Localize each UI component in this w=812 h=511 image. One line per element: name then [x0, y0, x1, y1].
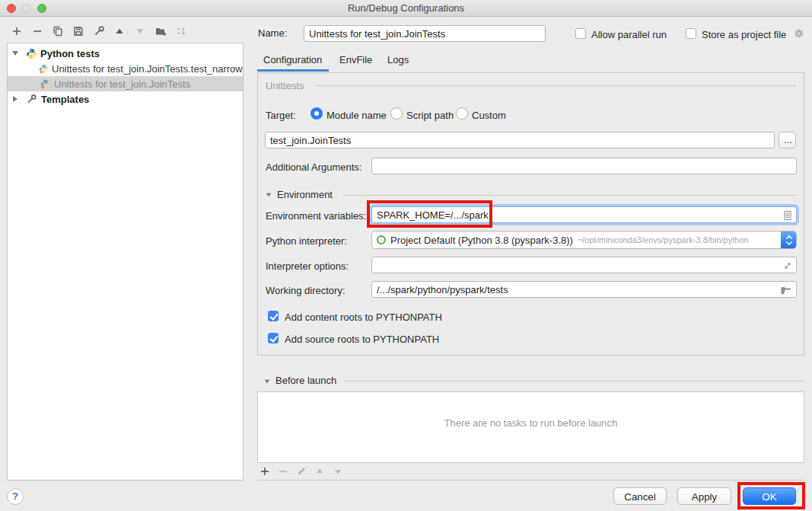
target-label: Target: [266, 110, 296, 121]
remove-task-button [277, 465, 289, 477]
tree-item-templates[interactable]: Templates [8, 91, 243, 107]
edit-variables-icon[interactable] [782, 209, 794, 222]
sort-configurations-icon [175, 25, 187, 37]
interpreter-options-input[interactable] [371, 257, 797, 273]
gear-icon[interactable] [793, 27, 805, 40]
working-directory-input[interactable] [371, 281, 797, 298]
add-content-roots-checkbox[interactable] [268, 311, 279, 321]
window-title: Run/Debug Configurations [0, 2, 812, 14]
tab-logs[interactable]: Logs [387, 54, 409, 65]
run-debug-configurations-dialog: Run/Debug Configurations [0, 0, 812, 511]
environment-variables-input[interactable] [371, 206, 797, 223]
name-label: Name: [258, 27, 287, 39]
add-source-roots-checkbox[interactable] [268, 333, 279, 343]
module-name-input[interactable] [265, 132, 775, 149]
expand-field-icon[interactable] [782, 260, 794, 272]
edit-task-button [295, 465, 307, 477]
python-icon [25, 47, 37, 59]
radio-script-path-label: Script path [406, 110, 454, 121]
conda-environment-icon [377, 235, 386, 244]
tree-item-unittests-test-narrow[interactable]: Unittests for test_join.JoinTests.test_n… [8, 61, 243, 76]
active-tab-indicator [257, 69, 329, 72]
tree-item-label: Templates [41, 94, 89, 105]
tab-envfile[interactable]: EnvFile [339, 54, 372, 65]
radio-module-name[interactable] [310, 107, 323, 120]
unittests-group-title: Unittests [266, 80, 304, 91]
move-up-button[interactable] [113, 25, 126, 37]
empty-tasks-message: There are no tasks to run before launch [258, 417, 804, 429]
radio-script-path[interactable] [390, 107, 403, 120]
environment-section-collapse-icon[interactable] [266, 193, 272, 196]
working-directory-label: Working directory: [266, 285, 345, 296]
configurations-tree: Python tests Unittests for test_join.Joi… [7, 43, 244, 481]
ok-button[interactable]: OK [743, 487, 796, 505]
before-launch-bottom-border [257, 480, 804, 481]
additional-arguments-label: Additional Arguments: [266, 161, 361, 173]
configurations-toolbar [11, 25, 187, 37]
remove-configuration-button[interactable] [31, 25, 43, 37]
tree-item-label: Unittests for test_join.JoinTests [54, 78, 190, 90]
expand-collapse-icon[interactable] [13, 96, 18, 102]
environment-divider [343, 195, 796, 196]
tree-item-python-tests[interactable]: Python tests [8, 46, 243, 61]
configuration-panel: Unittests Target: Module name Script pat… [257, 72, 804, 356]
python-interpreter-path: ~/opt/miniconda3/envs/pyspark-3.8/bin/py… [578, 235, 749, 244]
interpreter-options-label: Interpreter options: [266, 260, 349, 272]
expand-collapse-icon[interactable] [12, 51, 18, 56]
python-interpreter-select[interactable]: Project Default (Python 3.8 (pyspark-3.8… [371, 231, 797, 249]
additional-arguments-input[interactable] [371, 158, 797, 174]
browse-module-button[interactable]: ... [779, 132, 796, 149]
python-interpreter-label: Python interpreter: [266, 235, 347, 247]
environment-section-title: Environment [277, 189, 333, 200]
allow-parallel-run-label: Allow parallel run [591, 29, 667, 40]
store-as-project-file-label: Store as project file [702, 29, 786, 40]
tree-item-unittests-jointests-selected[interactable]: Unittests for test_join.JoinTests [8, 76, 243, 91]
before-launch-task-list: There are no tasks to run before launch [257, 391, 804, 463]
new-folder-button[interactable] [154, 25, 167, 37]
before-launch-toolbar [259, 465, 344, 477]
move-task-down-button [332, 465, 344, 477]
copy-configuration-button[interactable] [52, 25, 64, 37]
help-button[interactable]: ? [7, 488, 24, 505]
radio-module-name-label: Module name [326, 110, 387, 121]
cancel-button[interactable]: Cancel [613, 487, 667, 505]
python-interpreter-value: Project Default (Python 3.8 (pyspark-3.8… [390, 235, 573, 246]
allow-parallel-run-checkbox[interactable] [575, 28, 586, 39]
tab-configuration[interactable]: Configuration [263, 54, 322, 65]
before-launch-title: Before launch [275, 375, 336, 386]
tree-item-label: Python tests [40, 48, 100, 59]
before-launch-divider [344, 381, 804, 382]
add-source-roots-label: Add source roots to PYTHONPATH [285, 334, 439, 345]
chevron-up-down-icon[interactable] [781, 231, 797, 249]
title-bar: Run/Debug Configurations [0, 0, 812, 17]
save-configuration-button[interactable] [72, 25, 84, 37]
python-test-icon [39, 62, 49, 75]
before-launch-collapse-icon[interactable] [265, 379, 270, 383]
move-task-up-button [314, 465, 326, 477]
store-as-project-file-checkbox[interactable] [686, 28, 696, 39]
wrench-icon [25, 93, 37, 105]
python-test-icon [39, 78, 51, 90]
add-content-roots-label: Add content roots to PYTHONPATH [285, 311, 442, 323]
move-down-button [134, 25, 146, 37]
folder-icon[interactable] [780, 284, 792, 296]
name-input[interactable] [304, 25, 546, 42]
radio-custom[interactable] [456, 107, 468, 120]
tree-item-label: Unittests for test_join.JoinTests.test_n… [52, 63, 243, 75]
group-divider [315, 85, 796, 86]
add-task-button[interactable] [259, 465, 271, 477]
environment-variables-label: Environment variables: [266, 210, 366, 222]
radio-custom-label: Custom [472, 110, 506, 121]
edit-templates-button[interactable] [93, 25, 105, 37]
add-configuration-button[interactable] [11, 25, 23, 37]
apply-button[interactable]: Apply [677, 487, 731, 505]
